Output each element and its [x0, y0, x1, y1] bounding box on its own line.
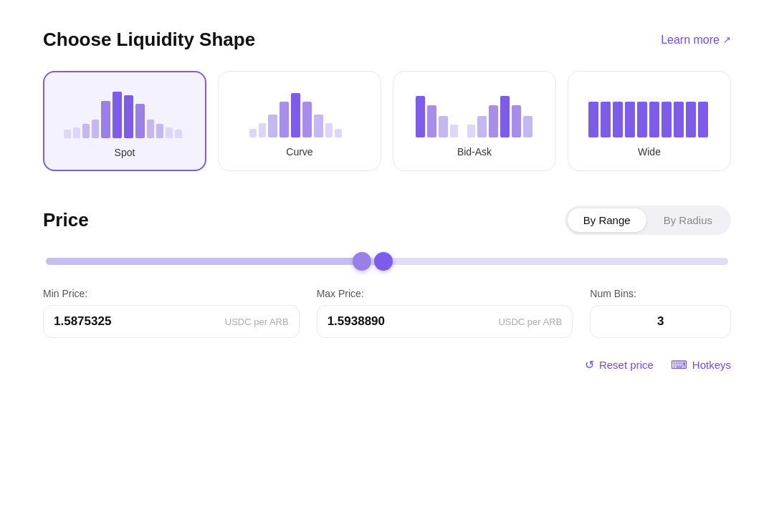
min-price-group: Min Price: 1.5875325 USDC per ARB [43, 288, 300, 338]
svg-rect-32 [601, 102, 611, 137]
svg-rect-18 [314, 115, 323, 137]
svg-rect-13 [259, 123, 266, 137]
page-title: Choose Liquidity Shape [43, 29, 255, 51]
svg-rect-5 [113, 92, 122, 138]
learn-more-link[interactable]: Learn more ↗ [661, 34, 731, 47]
wide-label: Wide [638, 146, 661, 158]
svg-rect-34 [625, 102, 635, 137]
spot-label: Spot [115, 147, 135, 158]
slider-track[interactable] [46, 258, 728, 265]
curve-label: Curve [286, 146, 312, 158]
slider-handles [353, 252, 393, 271]
svg-rect-16 [291, 93, 300, 137]
svg-rect-12 [249, 129, 257, 137]
svg-rect-11 [175, 130, 182, 138]
svg-rect-27 [489, 105, 498, 137]
svg-rect-3 [92, 120, 99, 138]
by-range-button[interactable]: By Range [568, 208, 646, 232]
reset-price-label: Reset price [599, 359, 654, 371]
max-price-label: Max Price: [317, 288, 573, 299]
slider-handle-min[interactable] [353, 252, 371, 271]
svg-rect-4 [101, 101, 110, 138]
svg-rect-24 [450, 125, 458, 137]
svg-rect-2 [82, 124, 90, 138]
price-title: Price [43, 209, 89, 231]
svg-rect-17 [302, 102, 312, 137]
num-bins-value: 3 [657, 314, 664, 329]
spot-chart [56, 88, 194, 138]
bidask-chart [405, 87, 544, 137]
bidask-label: Bid-Ask [457, 146, 492, 158]
svg-rect-8 [147, 120, 154, 138]
svg-rect-23 [439, 116, 448, 137]
svg-rect-15 [280, 102, 289, 137]
learn-more-label: Learn more [661, 34, 720, 47]
slider-fill [46, 258, 366, 265]
svg-rect-1 [73, 127, 80, 138]
external-link-icon: ↗ [723, 34, 731, 45]
max-price-unit: USDC per ARB [498, 316, 562, 327]
svg-rect-20 [335, 129, 342, 137]
num-bins-box[interactable]: 3 [590, 305, 731, 338]
price-inputs-row: Min Price: 1.5875325 USDC per ARB Max Pr… [43, 288, 731, 338]
shape-card-spot[interactable]: Spot [43, 71, 206, 171]
keyboard-icon: ⌨ [671, 358, 687, 372]
shape-card-curve[interactable]: Curve [218, 71, 381, 171]
price-section-header: Price By Range By Radius [43, 205, 731, 235]
shape-card-bidask[interactable]: Bid-Ask [393, 71, 556, 171]
svg-rect-33 [613, 102, 623, 137]
svg-rect-21 [416, 96, 425, 137]
svg-rect-0 [64, 130, 71, 138]
shape-cards-container: Spot Curve [43, 71, 731, 171]
svg-rect-36 [649, 102, 659, 137]
max-price-box[interactable]: 1.5938890 USDC per ARB [317, 305, 573, 338]
svg-rect-6 [124, 95, 133, 138]
svg-rect-22 [427, 105, 436, 137]
svg-rect-39 [686, 102, 696, 137]
max-price-group: Max Price: 1.5938890 USDC per ARB [317, 288, 573, 338]
svg-rect-40 [698, 102, 708, 137]
price-slider-container [43, 258, 731, 265]
svg-rect-7 [135, 104, 145, 138]
range-toggle: By Range By Radius [565, 205, 731, 235]
svg-rect-30 [523, 116, 532, 137]
svg-rect-35 [637, 102, 647, 137]
min-price-box[interactable]: 1.5875325 USDC per ARB [43, 305, 300, 338]
min-price-label: Min Price: [43, 288, 300, 299]
num-bins-label: Num Bins: [590, 288, 731, 299]
svg-rect-9 [156, 124, 163, 138]
svg-rect-25 [467, 125, 475, 137]
svg-rect-10 [166, 127, 173, 138]
curve-chart [230, 87, 369, 137]
svg-rect-28 [500, 96, 510, 137]
svg-rect-37 [661, 102, 672, 137]
slider-handle-max[interactable] [374, 252, 393, 271]
shape-card-wide[interactable]: Wide [568, 71, 731, 171]
header-row: Choose Liquidity Shape Learn more ↗ [43, 29, 731, 51]
bottom-actions: ↺ Reset price ⌨ Hotkeys [43, 358, 731, 372]
svg-rect-31 [588, 102, 598, 137]
reset-price-button[interactable]: ↺ Reset price [585, 358, 654, 372]
svg-rect-26 [477, 116, 487, 137]
svg-rect-19 [325, 123, 333, 137]
hotkeys-button[interactable]: ⌨ Hotkeys [671, 358, 731, 372]
min-price-value: 1.5875325 [54, 314, 219, 329]
max-price-value: 1.5938890 [328, 314, 493, 329]
by-radius-button[interactable]: By Radius [648, 208, 728, 232]
svg-rect-14 [268, 115, 277, 137]
reset-icon: ↺ [585, 358, 594, 372]
min-price-unit: USDC per ARB [225, 316, 289, 327]
svg-rect-29 [512, 105, 521, 137]
num-bins-group: Num Bins: 3 [590, 288, 731, 338]
wide-chart [580, 87, 719, 137]
svg-rect-38 [674, 102, 684, 137]
hotkeys-label: Hotkeys [692, 359, 731, 371]
